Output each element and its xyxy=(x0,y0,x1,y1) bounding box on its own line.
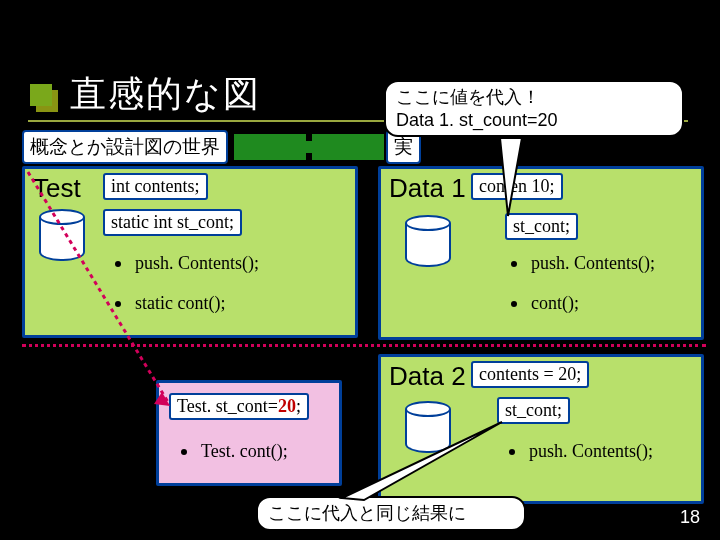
bullet-dot-icon xyxy=(511,301,517,307)
title-bullet-icon xyxy=(30,84,52,106)
field-contents-20: contents = 20; xyxy=(471,361,589,388)
method-push-contents: push. Contents(); xyxy=(511,253,655,274)
cylinder-icon xyxy=(405,215,451,271)
double-arrow-icon xyxy=(234,134,384,160)
class-name-data1: Data 1 xyxy=(389,173,466,204)
method-push-contents: push. Contents(); xyxy=(509,441,653,462)
page-number: 18 xyxy=(680,507,700,528)
svg-line-1 xyxy=(28,172,168,402)
concept-world-label: 概念とか設計図の世界 xyxy=(22,130,228,164)
dotted-arrow-icon xyxy=(24,168,358,508)
callout-tail-icon xyxy=(498,136,548,226)
class-name-data2: Data 2 xyxy=(389,361,466,392)
bullet-dot-icon xyxy=(511,261,517,267)
method-cont: cont(); xyxy=(511,293,579,314)
callout-tail-icon xyxy=(332,418,512,508)
callout-assign-value: ここに値を代入！ Data 1. st_count=20 xyxy=(384,80,684,137)
title-row: 直感的な図 xyxy=(30,70,261,119)
slide-title: 直感的な図 xyxy=(70,70,261,119)
